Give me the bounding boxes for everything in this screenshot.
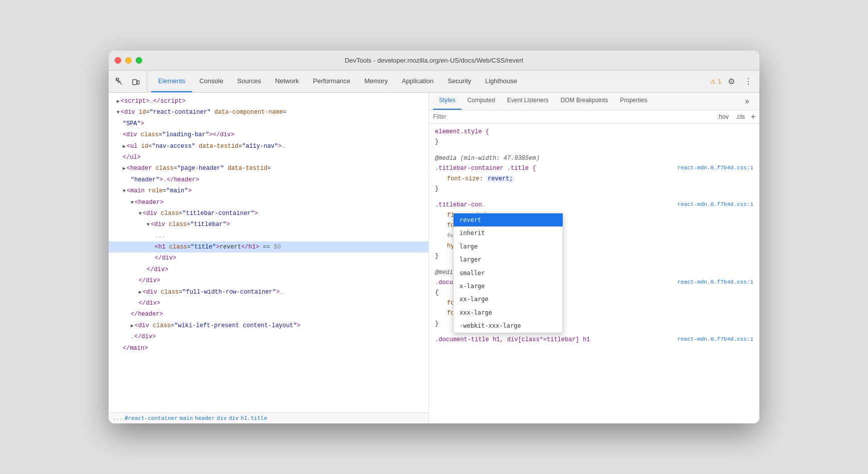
tab-memory[interactable]: Memory xyxy=(357,71,395,92)
css-property[interactable]: font-size: xyxy=(447,175,483,182)
css-selector: element.style { xyxy=(435,128,489,135)
close-button[interactable] xyxy=(115,57,121,64)
css-block-media1: @media (min-width: 47.9385em) .titlebar-… xyxy=(429,152,759,195)
styles-panel: Styles Computed Event Listeners DOM Brea… xyxy=(429,93,759,423)
main-tabs: Elements Console Sources Network Perform… xyxy=(151,71,524,92)
dom-line[interactable]: ▶<ul id="nav-access" data-testid="a11y-n… xyxy=(109,141,428,152)
styles-tab-dom-breakpoints[interactable]: DOM Breakpoints xyxy=(555,93,614,110)
window-title: DevTools - developer.mozilla.org/en-US/d… xyxy=(345,57,524,64)
dom-line[interactable]: ▶<script>…</script> xyxy=(109,96,428,107)
autocomplete-item-larger[interactable]: larger xyxy=(454,253,563,266)
hov-button[interactable]: :hov xyxy=(715,112,731,121)
filter-input[interactable] xyxy=(433,113,711,120)
tab-network[interactable]: Network xyxy=(268,71,306,92)
toolbar-right: ⚠ 1 ⚙ ⋮ xyxy=(710,71,755,92)
devtools-window: DevTools - developer.mozilla.org/en-US/d… xyxy=(109,51,759,423)
dom-line[interactable]: ▶<header class="page-header" data-testid… xyxy=(109,163,428,174)
breadcrumb-h1[interactable]: h1.title xyxy=(241,415,267,421)
toolbar-icons xyxy=(113,71,147,92)
autocomplete-item-inherit[interactable]: inherit xyxy=(454,226,563,240)
dom-tree[interactable]: ▶<script>…</script> ▼<div id="react-cont… xyxy=(109,93,428,412)
autocomplete-item-xlarge[interactable]: x-large xyxy=(454,280,563,293)
dom-line[interactable]: ▶<div class="full-width-row-container">… xyxy=(109,287,428,298)
styles-tabs: Styles Computed Event Listeners DOM Brea… xyxy=(429,93,759,110)
styles-tab-styles[interactable]: Styles xyxy=(433,93,462,110)
css-close-brace: } xyxy=(435,185,439,192)
autocomplete-item-webkit-xxxlarge[interactable]: -webkit-xxx-large xyxy=(454,319,563,332)
dom-line[interactable]: …</div> xyxy=(109,331,428,342)
styles-tab-computed[interactable]: Computed xyxy=(462,93,501,110)
device-toolbar-icon[interactable] xyxy=(129,75,143,89)
autocomplete-item-large[interactable]: large xyxy=(454,240,563,253)
warning-count: 1 xyxy=(718,78,721,85)
dom-line[interactable]: </div> xyxy=(109,253,428,264)
dom-line[interactable]: ▼<div class="titlebar-container"> xyxy=(109,208,428,219)
dom-line[interactable]: </header> xyxy=(109,309,428,320)
tab-elements[interactable]: Elements xyxy=(151,71,192,92)
dom-line[interactable]: </div> xyxy=(109,264,428,275)
breadcrumb-dots: ... xyxy=(113,415,123,421)
css-block-bottom: .document-title h1, div[class*=titlebar]… xyxy=(429,334,759,346)
autocomplete-item-xxlarge[interactable]: xx-large xyxy=(454,293,563,306)
settings-icon[interactable]: ⚙ xyxy=(724,75,738,89)
autocomplete-dropdown: revert inherit large larger smaller x-la… xyxy=(453,213,563,333)
css-selector: .titlebar-con xyxy=(435,201,482,208)
dom-line[interactable]: ▼<div id="react-container" data-componen… xyxy=(109,107,428,118)
dom-line[interactable]: </div> xyxy=(109,275,428,286)
tab-lighthouse[interactable]: Lighthouse xyxy=(478,71,524,92)
dom-line[interactable]: "header">…</header> xyxy=(109,174,428,185)
css-block-element-style: element.style { } xyxy=(429,126,759,148)
filter-bar: :hov .cls + xyxy=(429,110,759,124)
tab-performance[interactable]: Performance xyxy=(306,71,357,92)
tab-security[interactable]: Security xyxy=(441,71,478,92)
styles-tab-properties[interactable]: Properties xyxy=(614,93,653,110)
css-source-link[interactable]: react-mdn.0…f7b4d.css:1 xyxy=(677,200,753,209)
css-close-brace: } xyxy=(435,138,439,145)
autocomplete-item-xxxlarge[interactable]: xxx-large xyxy=(454,306,563,319)
css-value-editing[interactable]: revert; xyxy=(487,175,514,182)
warning-icon: ⚠ xyxy=(710,78,716,85)
dom-line[interactable]: ▼<div class="titlebar"> xyxy=(109,219,428,230)
styles-tab-more-icon[interactable]: » xyxy=(739,93,755,110)
dom-line[interactable]: </div> xyxy=(109,298,428,309)
breadcrumb-react-container[interactable]: #react-container xyxy=(125,415,178,421)
maximize-button[interactable] xyxy=(136,57,142,64)
breadcrumb-div2[interactable]: div xyxy=(229,415,239,421)
autocomplete-item-revert[interactable]: revert xyxy=(454,213,563,226)
dom-line[interactable]: </ul> xyxy=(109,152,428,163)
traffic-lights xyxy=(115,57,142,64)
breadcrumb: ... #react-container main header div div… xyxy=(109,412,428,423)
css-open-brace: { xyxy=(435,289,439,296)
dom-line-selected[interactable]: <h1 class="title">revert</h1> == $0 xyxy=(109,242,428,253)
dom-line[interactable]: <div class="loading-bar"></div> xyxy=(109,129,428,140)
inspect-element-icon[interactable] xyxy=(113,75,127,89)
more-options-icon[interactable]: ⋮ xyxy=(741,75,755,89)
dom-line[interactable]: </main> xyxy=(109,343,428,354)
dom-line[interactable]: ▼<header> xyxy=(109,197,428,208)
dom-line[interactable]: ▶<div class="wiki-left-present content-l… xyxy=(109,320,428,331)
dom-line[interactable]: ▼<main role="main"> xyxy=(109,185,428,196)
breadcrumb-main[interactable]: main xyxy=(180,415,193,421)
css-source-link[interactable]: react-mdn.0…f7b4d.css:1 xyxy=(677,278,753,287)
css-close-brace: } xyxy=(435,253,439,260)
minimize-button[interactable] xyxy=(125,57,132,64)
add-rule-button[interactable]: + xyxy=(751,112,755,121)
breadcrumb-div1[interactable]: div xyxy=(217,415,227,421)
css-source-link[interactable]: react-mdn.0…f7b4d.css:1 xyxy=(677,163,753,173)
tab-console[interactable]: Console xyxy=(192,71,230,92)
css-media-query: @media (min-width: 47.9385em) xyxy=(435,155,540,162)
main-content: ▶<script>…</script> ▼<div id="react-cont… xyxy=(109,93,759,423)
cls-button[interactable]: .cls xyxy=(734,112,747,121)
css-source-link[interactable]: react-mdn.0…f7b4d.css:1 xyxy=(677,335,753,344)
warning-badge: ⚠ 1 xyxy=(710,78,721,85)
styles-tab-event-listeners[interactable]: Event Listeners xyxy=(501,93,555,110)
dom-line[interactable]: "SPA"> xyxy=(109,118,428,129)
autocomplete-item-smaller[interactable]: smaller xyxy=(454,267,563,280)
devtools-toolbar: Elements Console Sources Network Perform… xyxy=(109,71,759,93)
breadcrumb-header[interactable]: header xyxy=(195,415,215,421)
styles-content[interactable]: element.style { } @media (min-width: 47.… xyxy=(429,124,759,423)
tab-application[interactable]: Application xyxy=(395,71,441,92)
dom-line: ... xyxy=(109,230,428,242)
css-selector: .document-title h1, div[class*=titlebar]… xyxy=(435,336,590,343)
tab-sources[interactable]: Sources xyxy=(230,71,268,92)
